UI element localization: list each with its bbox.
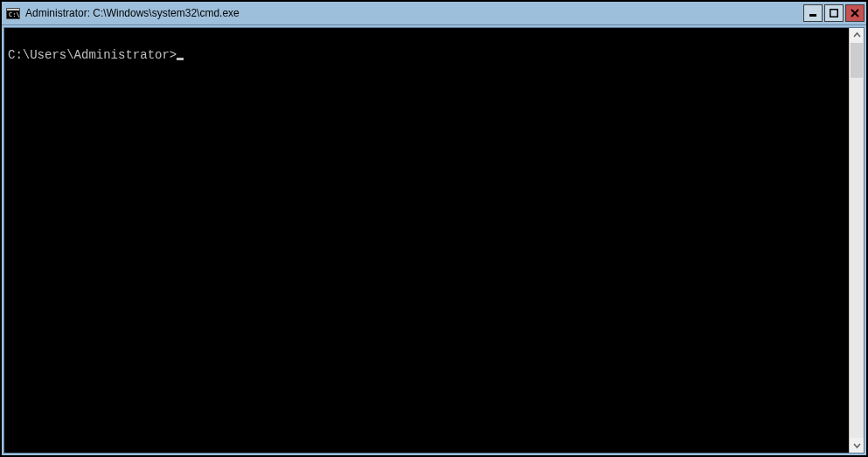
- cmd-icon: C:\: [6, 7, 20, 19]
- svg-rect-3: [809, 14, 816, 17]
- vertical-scrollbar[interactable]: [849, 28, 864, 453]
- scroll-down-button[interactable]: [850, 438, 864, 453]
- scroll-track[interactable]: [850, 43, 864, 438]
- terminal-output[interactable]: C:\Users\Administrator>: [4, 28, 849, 453]
- prompt: C:\Users\Administrator>: [8, 48, 177, 62]
- client-area: C:\Users\Administrator>: [3, 27, 865, 454]
- window-controls: [803, 4, 865, 22]
- cursor: [177, 58, 184, 60]
- svg-rect-4: [830, 10, 838, 17]
- svg-text:C:\: C:\: [9, 11, 20, 18]
- minimize-button[interactable]: [803, 4, 823, 22]
- maximize-button[interactable]: [824, 4, 844, 22]
- close-button[interactable]: [845, 4, 865, 22]
- svg-rect-1: [7, 9, 19, 10]
- scroll-thumb[interactable]: [851, 43, 863, 78]
- window-frame: C:\ Administrator: C:\Windows\system32\c…: [0, 0, 868, 457]
- window-title: Administrator: C:\Windows\system32\cmd.e…: [25, 7, 803, 19]
- titlebar[interactable]: C:\ Administrator: C:\Windows\system32\c…: [2, 2, 866, 25]
- scroll-up-button[interactable]: [850, 28, 864, 43]
